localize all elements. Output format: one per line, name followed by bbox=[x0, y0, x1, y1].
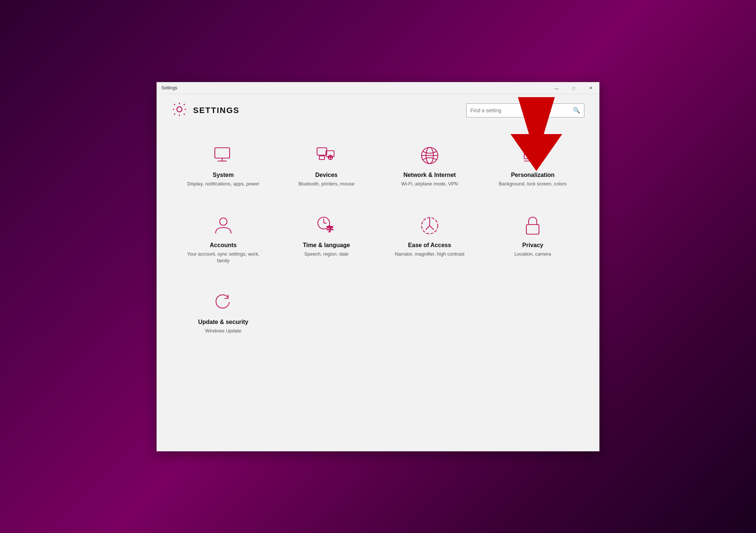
accounts-icon bbox=[213, 214, 234, 238]
close-button[interactable]: ✕ bbox=[582, 82, 599, 94]
settings-grid: System Display, notifications, apps, pow… bbox=[172, 130, 584, 348]
network-desc: Wi-Fi, airplane mode, VPN bbox=[401, 181, 458, 187]
update-desc: Windows Update bbox=[205, 328, 241, 334]
personalization-name: Personalization bbox=[511, 172, 554, 178]
accounts-name: Accounts bbox=[210, 242, 237, 249]
accounts-desc: Your account, sync settings, work, famil… bbox=[186, 251, 260, 264]
personalization-desc: Background, lock screen, colors bbox=[499, 181, 567, 187]
time-desc: Speech, region, date bbox=[304, 251, 348, 257]
page-title: SETTINGS bbox=[193, 106, 240, 115]
svg-rect-10 bbox=[319, 156, 324, 160]
titlebar: Settings — □ ✕ bbox=[157, 82, 599, 94]
update-icon bbox=[213, 291, 234, 314]
system-icon bbox=[213, 144, 234, 167]
system-name: System bbox=[213, 172, 234, 178]
devices-name: Devices bbox=[315, 172, 338, 178]
network-icon bbox=[419, 144, 440, 167]
ease-name: Ease of Access bbox=[408, 242, 451, 249]
settings-window: Settings — □ ✕ SETTINGS 🔍 bbox=[157, 82, 599, 451]
setting-time[interactable]: 字 Time & language Speech, region, date bbox=[275, 201, 378, 277]
search-icon: 🔍 bbox=[573, 107, 580, 114]
network-name: Network & Internet bbox=[403, 172, 456, 178]
setting-privacy[interactable]: Privacy Location, camera bbox=[481, 201, 585, 277]
privacy-icon bbox=[522, 214, 543, 238]
update-name: Update & security bbox=[198, 319, 248, 325]
setting-devices[interactable]: Devices Bluetooth, printers, mouse bbox=[275, 130, 378, 201]
setting-ease[interactable]: Ease of Access Narrator, magnifier, high… bbox=[378, 201, 481, 277]
personalization-icon bbox=[522, 144, 543, 167]
window-title: Settings bbox=[161, 85, 177, 90]
minimize-button[interactable]: — bbox=[548, 82, 565, 94]
main-content: SETTINGS 🔍 System Display, notifica bbox=[157, 94, 599, 451]
search-input[interactable] bbox=[470, 107, 573, 113]
devices-desc: Bluetooth, printers, mouse bbox=[298, 181, 354, 187]
settings-gear-icon bbox=[172, 102, 187, 119]
time-name: Time & language bbox=[303, 242, 350, 249]
svg-rect-2 bbox=[215, 148, 230, 158]
devices-icon bbox=[316, 144, 337, 167]
maximize-button[interactable]: □ bbox=[565, 82, 582, 94]
ease-icon bbox=[419, 214, 440, 238]
privacy-name: Privacy bbox=[522, 242, 543, 249]
window-controls: — □ ✕ bbox=[548, 82, 599, 94]
setting-network[interactable]: Network & Internet Wi-Fi, airplane mode,… bbox=[378, 130, 481, 201]
svg-text:字: 字 bbox=[327, 225, 333, 233]
header-left: SETTINGS bbox=[172, 102, 240, 119]
svg-rect-26 bbox=[526, 225, 539, 234]
svg-point-19 bbox=[220, 218, 227, 225]
svg-rect-5 bbox=[317, 148, 327, 155]
svg-point-1 bbox=[177, 107, 182, 112]
system-desc: Display, notifications, apps, power bbox=[187, 181, 260, 187]
privacy-desc: Location, camera bbox=[514, 251, 551, 257]
svg-point-18 bbox=[538, 147, 540, 150]
ease-desc: Narrator, magnifier, high contrast bbox=[395, 251, 464, 257]
setting-update[interactable]: Update & security Windows Update bbox=[172, 277, 275, 348]
time-icon: 字 bbox=[316, 214, 337, 238]
page-header: SETTINGS 🔍 bbox=[172, 102, 584, 119]
search-box[interactable]: 🔍 bbox=[466, 103, 584, 117]
setting-accounts[interactable]: Accounts Your account, sync settings, wo… bbox=[172, 201, 275, 277]
setting-system[interactable]: System Display, notifications, apps, pow… bbox=[172, 130, 275, 201]
setting-personalization[interactable]: Personalization Background, lock screen,… bbox=[481, 130, 585, 201]
